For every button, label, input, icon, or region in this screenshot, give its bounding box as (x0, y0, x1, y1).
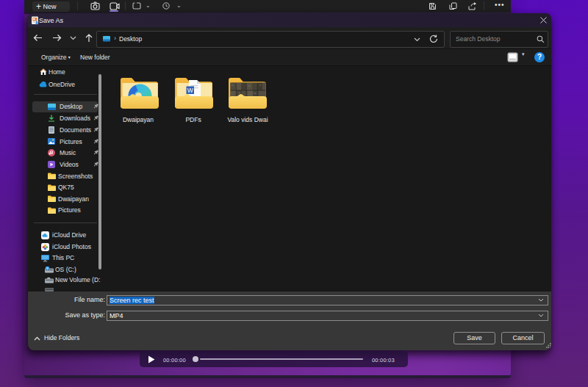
svg-text:W: W (187, 87, 193, 94)
